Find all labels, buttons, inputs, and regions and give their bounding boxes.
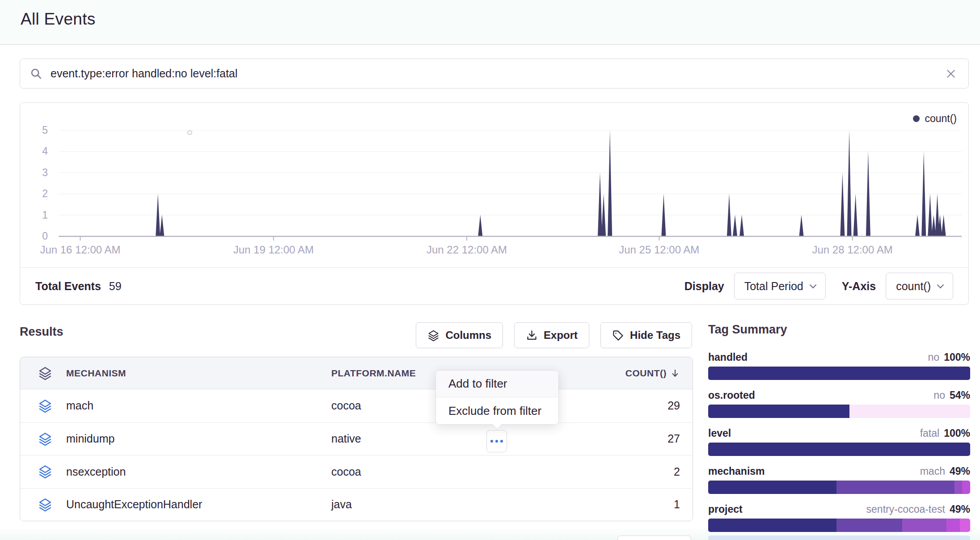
cell-mechanism[interactable]: mach: [66, 399, 331, 412]
results-title: Results: [20, 325, 63, 339]
tag-distribution-bar[interactable]: [708, 519, 970, 532]
yaxis-dropdown-value: count(): [896, 280, 931, 293]
x-axis-tick-label: Jun 22 12:00 AM: [427, 244, 507, 256]
table-body: machcocoa29minidumpnative27nsexceptionco…: [20, 389, 693, 521]
menu-item-add-to-filter[interactable]: Add to filter: [436, 371, 558, 397]
sort-desc-icon: [670, 368, 680, 378]
stack-icon: [38, 464, 52, 479]
tag-row: levelfatal100%: [708, 425, 970, 460]
header-count[interactable]: COUNT(): [621, 368, 693, 379]
chart-marker-dot: [187, 130, 192, 135]
search-input[interactable]: [50, 67, 943, 80]
header-count-label: COUNT(): [625, 368, 667, 379]
cell-count: 2: [621, 465, 693, 478]
table-row[interactable]: nsexceptioncocoa2: [20, 455, 693, 488]
y-axis-tick-label: 2: [26, 187, 48, 200]
tag-distribution-bar[interactable]: [708, 443, 970, 456]
x-axis-tick-label: Jun 16 12:00 AM: [40, 244, 120, 256]
export-button-label: Export: [544, 329, 578, 342]
results-table: MECHANISM PLATFORM.NAME COUNT() machcoco…: [20, 357, 693, 521]
all-events-page: All Events count() Total Events 59 Displ…: [0, 0, 980, 540]
tag-top-value: mach: [920, 465, 945, 477]
stack-icon: [38, 498, 52, 512]
tag-bar-segment: [960, 519, 970, 532]
yaxis-label: Y-Axis: [842, 280, 876, 293]
tag-bar-segment: [902, 519, 947, 532]
cell-mechanism[interactable]: minidump: [66, 432, 331, 445]
clear-search-button[interactable]: [943, 66, 959, 81]
hide-tags-button-label: Hide Tags: [630, 329, 680, 342]
cell-mechanism[interactable]: UncaughtExceptionHandler: [66, 498, 331, 511]
cell-platform-name[interactable]: cocoa: [331, 465, 621, 478]
top-bar: All Events: [0, 0, 980, 45]
events-chart-panel: count() Total Events 59 Display Total Pe…: [20, 102, 969, 305]
pagination-button-partial[interactable]: [617, 536, 691, 540]
tag-bar-segment: [836, 519, 902, 532]
page-title: All Events: [21, 10, 96, 29]
ellipsis-icon: [500, 440, 503, 443]
tag-distribution-bar[interactable]: [708, 367, 970, 380]
legend-label: count(): [925, 113, 957, 125]
tag-distribution-bar[interactable]: [708, 481, 970, 494]
cell-count: 27: [621, 432, 693, 445]
x-axis-tick-label: Jun 19 12:00 AM: [233, 244, 314, 256]
display-dropdown[interactable]: Total Period: [734, 273, 826, 300]
tag-percent: 54%: [950, 389, 970, 401]
chart-plot: [59, 130, 962, 240]
table-header: MECHANISM PLATFORM.NAME COUNT(): [20, 357, 693, 389]
tag-name: mechanism: [708, 465, 765, 477]
chart-footer: Total Events 59 Display Total Period Y-A…: [20, 267, 968, 304]
chevron-down-icon: [937, 281, 944, 288]
more-actions-button[interactable]: [486, 430, 507, 452]
stack-icon: [427, 329, 439, 342]
tag-bar-segment: [955, 481, 963, 494]
total-events-label: Total Events: [35, 280, 101, 293]
tag-bar-segment: [708, 443, 970, 456]
display-label: Display: [684, 280, 724, 293]
tag-bar-segment: [708, 481, 836, 494]
tag-row: handledno100%: [708, 349, 970, 384]
y-axis-tick-label: 3: [26, 166, 48, 179]
total-events-value: 59: [109, 280, 122, 293]
cell-count: 29: [621, 399, 693, 412]
tag-percent: 49%: [950, 465, 970, 477]
columns-button[interactable]: Columns: [416, 322, 503, 348]
legend-dot: [913, 115, 920, 122]
cell-count: 1: [621, 498, 693, 511]
yaxis-dropdown[interactable]: count(): [886, 273, 953, 300]
tag-bar-segment: [708, 405, 849, 418]
tag-top-value: no: [934, 389, 945, 401]
stack-icon[interactable]: [38, 366, 52, 380]
tag-bar-segment: [708, 519, 836, 532]
cell-mechanism[interactable]: nsexception: [66, 465, 331, 478]
stack-icon: [38, 399, 52, 413]
tag-row: mechanismmach49%: [708, 463, 970, 498]
x-axis-tick-label: Jun 25 12:00 AM: [619, 244, 699, 256]
tag-icon: [612, 329, 624, 342]
y-axis-tick-label: 0: [26, 230, 48, 242]
cell-platform-name[interactable]: java: [331, 498, 621, 511]
chevron-down-icon: [809, 281, 816, 288]
cell-platform-name[interactable]: native: [331, 432, 621, 445]
tag-summary-title: Tag Summary: [708, 323, 787, 337]
y-axis-tick-label: 4: [26, 145, 48, 157]
tag-bar-segment: [946, 519, 959, 532]
table-row[interactable]: minidumpnative27: [20, 422, 693, 456]
export-button[interactable]: Export: [514, 322, 589, 348]
table-row[interactable]: UncaughtExceptionHandlerjava1: [20, 488, 693, 521]
search-icon: [30, 68, 42, 80]
tag-bar-segment: [836, 481, 955, 494]
cell-context-menu: Add to filter Exclude from filter: [435, 370, 559, 425]
chart-legend[interactable]: count(): [913, 113, 957, 125]
chart-plot-area: [59, 130, 962, 240]
ellipsis-icon: [495, 440, 498, 443]
tag-top-value: fatal: [920, 427, 939, 439]
close-icon: [945, 68, 957, 80]
tag-name: project: [708, 503, 743, 515]
tag-distribution-bar[interactable]: [708, 405, 970, 418]
table-row[interactable]: machcocoa29: [20, 389, 693, 422]
hide-tags-button[interactable]: Hide Tags: [600, 322, 692, 348]
stack-icon: [38, 432, 52, 446]
tag-name: handled: [708, 351, 748, 363]
header-mechanism[interactable]: MECHANISM: [66, 368, 331, 379]
